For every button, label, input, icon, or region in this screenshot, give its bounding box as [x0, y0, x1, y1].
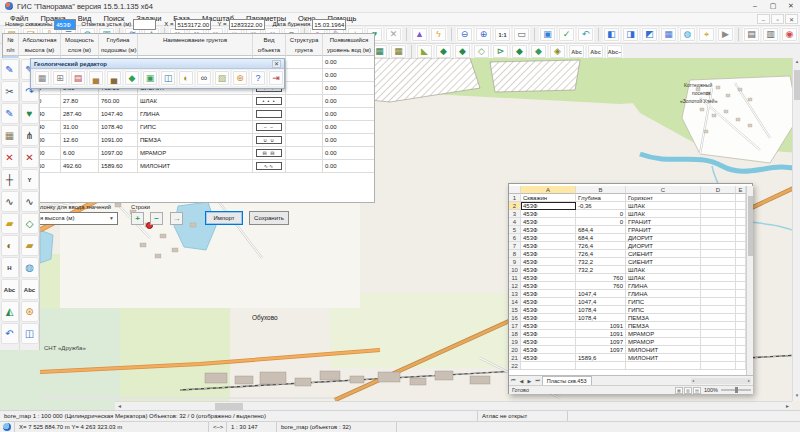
table-row[interactable]: 4-760.0027.80760.00ШЛАК• • •0.00 [3, 95, 375, 108]
green-heart-button[interactable]: ♥ [21, 103, 39, 124]
sheet-row-number[interactable]: 12 [509, 282, 521, 290]
sheet-cell[interactable]: 453Ф [521, 290, 576, 298]
sheet-cell[interactable] [701, 210, 736, 218]
sheet-row-number[interactable]: 6 [509, 234, 521, 242]
table-cell[interactable]: 287.40 [61, 108, 99, 121]
sheet-cell[interactable] [736, 274, 746, 282]
sheet-row-number[interactable]: 21 [509, 354, 521, 362]
sheet-cell[interactable] [701, 306, 736, 314]
child-restore-button[interactable]: ▫ [771, 14, 784, 24]
sheet-cell[interactable]: Горизонт [626, 194, 701, 202]
undo-blue-button[interactable]: ↶ [1, 323, 19, 344]
table-cell[interactable]: 760.00 [99, 95, 138, 108]
close-button[interactable]: ✕ [782, 0, 800, 12]
table-cell[interactable]: 6.00 [61, 147, 99, 160]
drill-date-input[interactable]: 15.03.1964 [312, 19, 346, 30]
sheet-cell[interactable]: 760 [576, 274, 626, 282]
diamond-button[interactable]: ◇ [21, 213, 39, 234]
text-abc-button[interactable]: Abc [1, 279, 19, 300]
geo-area-button[interactable]: ▨ [214, 70, 230, 86]
stamp-button[interactable]: ▦ [1, 125, 19, 146]
table-cell[interactable]: 31.00 [61, 121, 99, 134]
table-cell[interactable] [286, 56, 323, 69]
scroll-down-icon[interactable]: ▾ [793, 392, 800, 401]
sheet-row-number[interactable]: 9 [509, 258, 521, 266]
sheet-cell[interactable] [701, 282, 736, 290]
area-dash-button[interactable]: ◆ [454, 44, 471, 59]
save-button[interactable]: Сохранить [249, 211, 289, 225]
geo-grid-button[interactable]: ▦ [34, 70, 50, 86]
sheet-row-number[interactable]: 1 [509, 194, 521, 202]
geo-close-icon[interactable]: ✕ [272, 60, 281, 68]
sheet-cell[interactable] [701, 266, 736, 274]
sheet-cell[interactable]: МРАМОР [626, 330, 701, 338]
sheet-cell[interactable] [736, 298, 746, 306]
vertex-line-button[interactable]: ∿ [1, 191, 19, 212]
sheet-cell[interactable] [736, 314, 746, 322]
geo-exit-button[interactable]: ⇥ [268, 70, 284, 86]
table-row[interactable]: 7-1091.0012.601091.00ПЕМЗА∪ ∪0.00 [3, 134, 375, 147]
x-coord-input[interactable]: 5153172.00 [175, 19, 211, 30]
area-union-button[interactable]: ◆ [435, 44, 452, 59]
sheet-cell[interactable]: ГРАНИТ [626, 218, 701, 226]
globe-find-button[interactable]: ◍ [679, 27, 696, 42]
table-row[interactable]: 9-1589.60492.601589.60МИЛОНИТ∿∿0.00 [3, 160, 375, 173]
sheet-cell[interactable] [736, 322, 746, 330]
panel-attr-button[interactable]: ◩ [641, 27, 658, 42]
sheet-cell[interactable]: 1047,4 [576, 298, 626, 306]
soil-pattern-icon[interactable] [253, 108, 286, 121]
geo-prism-button[interactable]: ◆ [124, 70, 140, 86]
sheet-cell[interactable]: 453Ф [521, 202, 576, 210]
sheet-cell[interactable] [701, 226, 736, 234]
sheet-row-number[interactable]: 19 [509, 338, 521, 346]
sheet-cell[interactable] [736, 242, 746, 250]
sheet-cell[interactable]: СИЕНИТ [626, 250, 701, 258]
sheet-cell[interactable]: 1078,4 [576, 314, 626, 322]
sheet-cell[interactable] [701, 218, 736, 226]
sheet-last-icon[interactable]: ⏭ [533, 377, 542, 384]
sheet-cell[interactable]: 453Ф [521, 338, 576, 346]
print-setup-button[interactable]: ▥ [762, 27, 779, 42]
sheet-zoom-knob[interactable] [735, 387, 738, 393]
sheet-row-number[interactable]: 4 [509, 218, 521, 226]
sheet-first-icon[interactable]: ⏮ [509, 377, 518, 384]
abc-label-curve-button[interactable]: Abc~ [606, 44, 623, 59]
sheet-cell[interactable]: 453Ф [521, 266, 576, 274]
sheet-cell[interactable] [701, 338, 736, 346]
cut-scissors-button[interactable]: ✂ [1, 81, 19, 102]
sheet-cell[interactable]: 1589,6 [576, 354, 626, 362]
geo-machine-button[interactable]: ▣ [142, 70, 158, 86]
sheet-cell[interactable]: ГРАНИТ [626, 226, 701, 234]
panel-grid-button[interactable]: ▦ [660, 27, 677, 42]
sheet-scroll-right-icon[interactable]: ▸ [748, 378, 750, 383]
table-cell[interactable] [286, 69, 323, 82]
crosshair-button[interactable]: ┼ [1, 169, 19, 190]
sheet-cell[interactable]: 684,4 [576, 234, 626, 242]
geo-light-button[interactable]: ◐ [178, 70, 194, 86]
table-row[interactable]: 5-1047.40287.401047.40ГЛИНА0.00 [3, 108, 375, 121]
geo-profile-button[interactable]: ▄ [88, 70, 104, 86]
table-cell[interactable] [286, 134, 323, 147]
sheet-cell[interactable] [701, 322, 736, 330]
sheet-cell[interactable]: 453Ф [521, 306, 576, 314]
delete-x-button[interactable]: ✕ [1, 147, 19, 168]
sheet-row-number[interactable]: 3 [509, 210, 521, 218]
well-number-input[interactable]: 453Ф [54, 19, 76, 30]
table-cell[interactable]: 0.00 [323, 56, 375, 69]
table-row[interactable]: 6-1078.4031.001078.40ГИПС− −0.00 [3, 121, 375, 134]
print-button[interactable]: ▤ [743, 27, 760, 42]
map-horizontal-scrollbar[interactable]: ◂ ▸ [115, 401, 792, 410]
screen-view-button[interactable]: ▣ [539, 27, 556, 42]
table-cell[interactable]: 492.60 [61, 160, 99, 173]
hscroll-thumb[interactable] [215, 403, 243, 410]
sheet-cell[interactable]: ШЛАК [626, 274, 701, 282]
sheet-row-number[interactable]: 15 [509, 306, 521, 314]
remove-row-button[interactable]: − [150, 212, 163, 225]
sheet-row-number[interactable]: 14 [509, 298, 521, 306]
sheet-cell[interactable]: 726,4 [576, 242, 626, 250]
soil-pattern-icon[interactable]: ∪ ∪ [253, 134, 286, 147]
table-cell[interactable]: 1097.00 [99, 147, 138, 160]
table-cell[interactable]: 27.80 [61, 95, 99, 108]
color-wheel-button[interactable]: ◉ [781, 27, 798, 42]
sheet-cell[interactable] [736, 218, 746, 226]
